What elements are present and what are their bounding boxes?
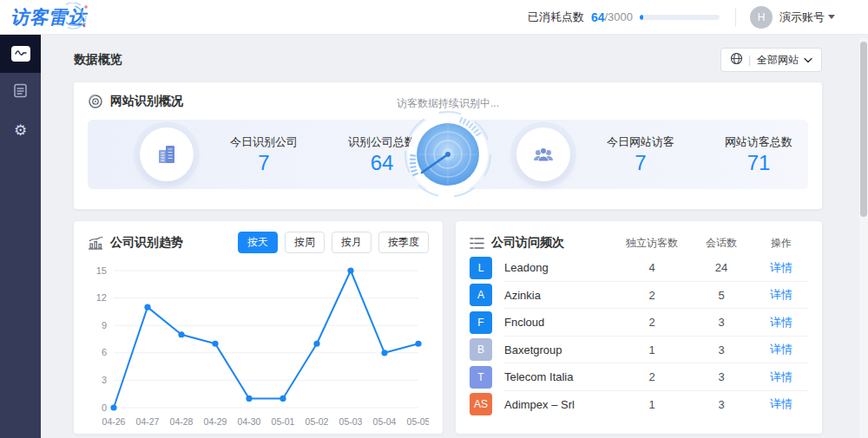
list-icon [470,237,484,250]
visitors-count: 2 [615,289,688,302]
stat-value: 7 [216,151,312,175]
svg-text:6: 6 [102,347,107,357]
company-name: Adimpex – Srl [504,398,575,411]
sidebar-item-report[interactable] [0,73,41,111]
avatar[interactable]: H [750,6,773,29]
dashboard-trend-icon [11,46,30,62]
header-right: 已消耗点数 64 /3000 H 演示账号 [528,6,868,29]
company-name: Azinkia [504,289,541,302]
column-header-sessions: 会话数 [688,236,754,251]
tab-by-week[interactable]: 按周 [285,232,325,253]
bottom-row: 公司识别趋势 按天 按周 按月 按季度 0369121504-2604-2704… [74,221,822,434]
top-header: 访客雷达 已消耗点数 64 /3000 H 演示账号 [0,0,868,35]
visitors-count: 1 [615,398,688,411]
points-used-value: 64 [591,10,605,24]
frequency-table-header: 公司访问频次 独立访客数 会话数 操作 [470,232,808,254]
svg-text:05-02: 05-02 [306,416,329,427]
stat-label: 今日网站访客 [593,134,688,150]
detail-link[interactable]: 详情 [754,315,808,330]
sessions-count: 3 [688,316,754,329]
points-progress-bar [640,15,720,20]
company-name: Telecom Italia [504,370,573,383]
globe-icon [730,52,743,69]
tab-by-day[interactable]: 按天 [238,232,278,253]
account-name[interactable]: 演示账号 [779,10,825,25]
svg-text:05-01: 05-01 [272,416,295,427]
visitors-icon [516,127,570,181]
overview-card: 网站识别概况 访客数据持续识别中... 今日识别公司 [74,82,822,209]
main-content: 数据概览 | 全部网站 [41,35,868,438]
table-row: F Fncloud 2 3 详情 [470,309,808,337]
header-divider [735,8,736,27]
svg-text:0: 0 [102,402,107,413]
tab-by-month[interactable]: 按月 [332,232,372,253]
points-label: 已消耗点数 [528,10,584,25]
svg-text:04-27: 04-27 [136,416,160,427]
sidebar-item-settings[interactable]: ⚙ [0,111,41,149]
sidebar-item-dashboard[interactable] [0,35,41,73]
detail-link[interactable]: 详情 [754,260,808,276]
table-row: AS Adimpex – Srl 1 3 详情 [470,391,808,419]
stat-companies-today: 今日识别公司 7 [216,134,312,175]
column-header-action: 操作 [754,236,808,251]
points-total-value: /3000 [604,10,633,23]
svg-text:05-03: 05-03 [339,416,363,427]
company-name: Leadong [504,261,549,274]
svg-text:3: 3 [102,375,107,385]
svg-text:9: 9 [102,320,107,330]
scrollbar[interactable] [859,38,868,438]
visitors-count: 4 [615,261,688,274]
company-avatar: AS [470,393,492,415]
app-window: 访客雷达 已消耗点数 64 /3000 H 演示账号 [0,0,868,438]
gear-icon: ⚙ [14,123,27,138]
company-avatar: T [470,366,492,389]
trend-card: 公司识别趋势 按天 按周 按月 按季度 0369121504-2604-2704… [74,221,443,434]
overview-stats-panel: 今日识别公司 7 识别公司总数 64 [88,120,808,189]
table-row: B Baxetgroup 1 3 详情 [470,337,808,364]
svg-text:04-29: 04-29 [204,416,227,427]
visitors-count: 2 [615,316,688,329]
site-selector[interactable]: | 全部网站 [720,48,822,72]
sidebar: ⚙ [0,35,41,438]
table-row: A Azinkia 2 5 详情 [470,282,808,310]
trend-line-chart: 0369121504-2604-2704-2804-2904-3005-0105… [88,258,429,432]
visitors-count: 2 [615,370,688,383]
chevron-down-icon [804,57,812,63]
svg-text:04-30: 04-30 [238,416,261,427]
logo-text: 访客雷达 [10,5,87,29]
stat-value: 71 [711,151,806,175]
sessions-count: 3 [688,398,754,411]
sessions-count: 5 [688,289,754,302]
svg-text:05-05: 05-05 [407,416,429,427]
detail-link[interactable]: 详情 [754,287,808,303]
detail-link[interactable]: 详情 [754,342,808,357]
account-caret-icon[interactable] [828,15,835,19]
sessions-count: 24 [688,261,754,274]
trend-tabs: 按天 按周 按月 按季度 [238,232,429,253]
stat-value: 7 [593,151,688,175]
trend-chart-icon [88,236,103,250]
svg-text:05-04: 05-04 [373,416,397,427]
stat-label: 网站访客总数 [711,134,806,150]
logo[interactable]: 访客雷达 [10,0,89,35]
company-avatar: F [470,311,492,334]
svg-text:12: 12 [96,292,107,303]
site-selector-value: 全部网站 [757,53,799,68]
table-row: L Leadong 4 24 详情 [470,254,808,282]
detail-link[interactable]: 详情 [754,369,808,385]
company-avatar: A [470,284,492,306]
table-row: T Telecom Italia 2 3 详情 [470,363,808,391]
tab-by-quarter[interactable]: 按季度 [378,232,429,253]
scrollbar-thumb[interactable] [860,42,867,217]
frequency-card: 公司访问频次 独立访客数 会话数 操作 L Leadong 4 24 详情 [456,221,822,434]
frequency-title: 公司访问频次 [491,235,564,251]
company-name: Baxetgroup [504,343,562,356]
svg-text:04-26: 04-26 [102,416,126,427]
detail-link[interactable]: 详情 [754,396,808,412]
building-icon [140,127,194,181]
radar-gauge [403,109,493,199]
svg-text:04-28: 04-28 [170,416,194,427]
stat-label: 今日识别公司 [216,134,312,150]
sessions-count: 3 [688,343,754,356]
company-avatar: B [470,338,492,361]
